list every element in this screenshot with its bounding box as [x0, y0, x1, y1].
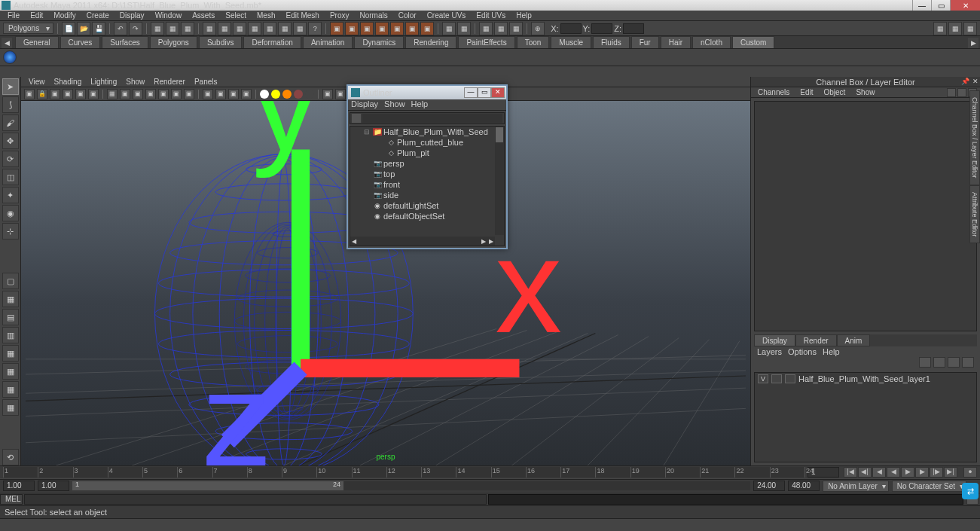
- history-button[interactable]: ?: [308, 22, 322, 35]
- vp-light-selected[interactable]: [282, 90, 292, 99]
- vp-2d-pan[interactable]: ▣: [75, 89, 86, 99]
- vp-menu-view[interactable]: View: [24, 78, 50, 86]
- layout-outliner[interactable]: ▦: [2, 363, 19, 380]
- layer-new-empty-icon[interactable]: [948, 357, 960, 368]
- tab-fluids[interactable]: Fluids: [593, 36, 630, 48]
- layout-two-v[interactable]: ▥: [2, 327, 19, 343]
- command-input[interactable]: [24, 494, 487, 505]
- auto-key-toggle[interactable]: ●: [963, 467, 977, 478]
- outliner-search-input[interactable]: [362, 114, 502, 123]
- vp-grease[interactable]: ▣: [88, 89, 99, 99]
- tab-fur[interactable]: Fur: [631, 36, 659, 48]
- window-close-button[interactable]: ✕: [950, 0, 980, 11]
- tab-deformation[interactable]: Deformation: [243, 36, 301, 48]
- layout-four[interactable]: ▦: [2, 291, 19, 307]
- menu-proxy[interactable]: Proxy: [325, 11, 354, 20]
- outliner-close-button[interactable]: ✕: [491, 87, 505, 98]
- vp-light-default[interactable]: [260, 90, 269, 99]
- goto-start-button[interactable]: |◀: [844, 467, 857, 478]
- save-scene-button[interactable]: 💾: [92, 22, 105, 35]
- select-hierarchy-button[interactable]: ▦: [151, 22, 164, 35]
- menu-select[interactable]: Select: [221, 11, 251, 20]
- outliner-scrollbar-v[interactable]: [495, 127, 504, 235]
- construction-history-button[interactable]: ▦: [442, 22, 456, 35]
- time-slider[interactable]: 123456789101112131415161718192021222324 …: [0, 465, 980, 478]
- layer-move-down-icon[interactable]: [933, 357, 945, 368]
- tool-settings-toggle[interactable]: ▦: [948, 22, 962, 35]
- playback-start-field[interactable]: 1.00: [38, 481, 69, 491]
- vp-safe-action[interactable]: ▣: [171, 89, 182, 99]
- chan-menu-show[interactable]: Show: [852, 88, 878, 96]
- outliner-minimize-button[interactable]: —: [464, 87, 478, 98]
- outliner-menu-display[interactable]: Display: [351, 99, 378, 110]
- menu-help[interactable]: Help: [511, 11, 536, 20]
- show-manip-tool[interactable]: ⊹: [2, 223, 19, 240]
- menu-edit-mesh[interactable]: Edit Mesh: [281, 11, 323, 20]
- select-object-button[interactable]: ▦: [166, 22, 179, 35]
- coord-x-input[interactable]: [560, 23, 582, 34]
- menu-display[interactable]: Display: [115, 11, 149, 20]
- tab-rendering[interactable]: Rendering: [405, 36, 456, 48]
- anim-start-field[interactable]: 1.00: [3, 481, 35, 491]
- vp-safe-title[interactable]: ▣: [184, 89, 194, 99]
- coord-y-input[interactable]: [591, 23, 612, 34]
- layout-two-h[interactable]: ▤: [2, 309, 19, 325]
- layer-new-selected-icon[interactable]: [962, 357, 974, 368]
- vp-grid-toggle[interactable]: ▦: [107, 89, 118, 99]
- vp-field-chart[interactable]: ▣: [158, 89, 169, 99]
- play-back-button[interactable]: ◀: [887, 467, 900, 478]
- redo-button[interactable]: ↷: [129, 22, 142, 35]
- snap-curve-button[interactable]: ▦: [218, 22, 231, 35]
- vp-film-gate[interactable]: ▣: [120, 89, 130, 99]
- menu-assets[interactable]: Assets: [188, 11, 219, 20]
- vp-wireframe[interactable]: ▣: [203, 89, 213, 99]
- vp-xray[interactable]: ▣: [335, 89, 346, 99]
- undo-button[interactable]: ↶: [114, 22, 127, 35]
- chan-menu-object[interactable]: Object: [820, 88, 850, 96]
- select-component-button[interactable]: ▦: [181, 22, 194, 35]
- render-globals-button[interactable]: ▣: [375, 22, 389, 35]
- layer-visibility-toggle[interactable]: V: [758, 374, 768, 383]
- vp-menu-show[interactable]: Show: [121, 78, 149, 86]
- vp-textured[interactable]: ▣: [228, 89, 239, 99]
- ipr-render-button[interactable]: ▣: [345, 22, 359, 35]
- menu-create[interactable]: Create: [82, 11, 114, 20]
- channel-box-toggle[interactable]: ▦: [963, 22, 977, 35]
- outliner-menu-show[interactable]: Show: [384, 99, 405, 110]
- vp-shaded[interactable]: ▣: [215, 89, 226, 99]
- menu-edit[interactable]: Edit: [26, 11, 47, 20]
- teamviewer-icon[interactable]: ⇄: [962, 483, 978, 499]
- window-maximize-button[interactable]: ▭: [931, 0, 950, 11]
- playback-end-field[interactable]: 24.00: [753, 481, 785, 491]
- snap-plane-button[interactable]: ▦: [248, 22, 261, 35]
- step-forward-button[interactable]: ▶: [915, 467, 929, 478]
- chan-menu-edit[interactable]: Edit: [796, 88, 817, 96]
- step-back-button[interactable]: ◀: [872, 467, 886, 478]
- outliner-item[interactable]: 📷side: [350, 190, 504, 200]
- side-tab-channel-box[interactable]: Channel Box / Layer Editor: [969, 90, 980, 185]
- tab-custom[interactable]: Custom: [732, 36, 774, 48]
- soft-mod-tool[interactable]: ◉: [2, 205, 19, 221]
- hypershade-button[interactable]: ▣: [405, 22, 419, 35]
- tab-painteffects[interactable]: PaintEffects: [458, 36, 514, 48]
- layer-menu-layers[interactable]: Layers: [757, 347, 782, 356]
- step-forward-key-button[interactable]: |▶: [930, 467, 943, 478]
- outliner-item[interactable]: 📷persp: [350, 158, 504, 169]
- vp-gate-mask[interactable]: ▣: [145, 89, 156, 99]
- vp-bookmarks[interactable]: ▣: [50, 89, 60, 99]
- outliner-item[interactable]: 📷front: [350, 179, 504, 190]
- abs-transform-button[interactable]: ⊕: [531, 22, 545, 35]
- side-tab-attribute-editor[interactable]: Attribute Editor: [969, 185, 980, 244]
- panel-close-icon[interactable]: ✕: [972, 78, 978, 85]
- snap-live-button[interactable]: ▦: [263, 22, 276, 35]
- menu-create-uvs[interactable]: Create UVs: [423, 11, 471, 20]
- time-track[interactable]: 123456789101112131415161718192021222324: [3, 467, 804, 478]
- universal-manip-tool[interactable]: ✦: [2, 187, 19, 203]
- tab-hair[interactable]: Hair: [661, 36, 691, 48]
- goto-end-button[interactable]: ▶|: [944, 467, 957, 478]
- tab-animation[interactable]: Animation: [303, 36, 353, 48]
- batch-render-button[interactable]: ▣: [420, 22, 434, 35]
- vp-res-gate[interactable]: ▣: [133, 89, 143, 99]
- vp-light-all[interactable]: [271, 90, 280, 99]
- move-tool[interactable]: ✥: [2, 133, 19, 149]
